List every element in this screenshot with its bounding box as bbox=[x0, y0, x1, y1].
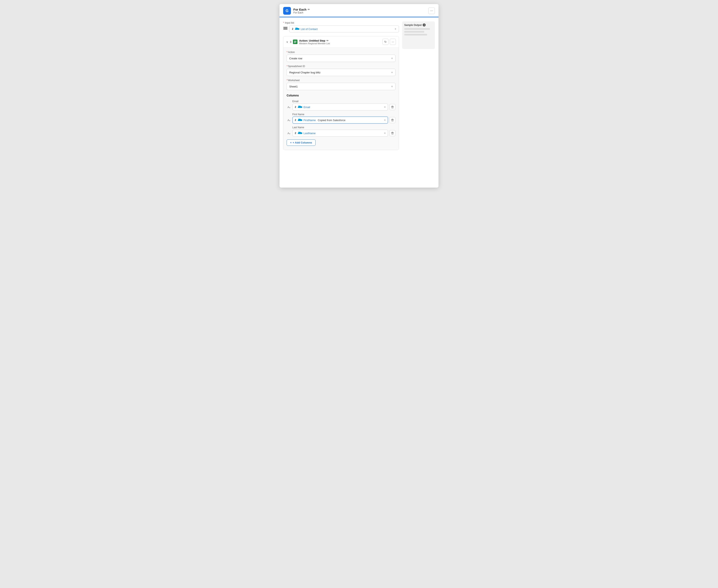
svg-rect-9 bbox=[392, 106, 393, 106]
worksheet-input[interactable]: Sheet1 × bbox=[287, 83, 396, 90]
trash-icon-email bbox=[391, 106, 394, 108]
aa-icon-email: Aₐ bbox=[287, 106, 291, 109]
lastname-column-input[interactable]: 2 LastName × bbox=[293, 130, 388, 136]
right-panel: Sample Output i bbox=[402, 21, 435, 153]
sf-icon-email bbox=[297, 105, 302, 109]
main-content: * Input list 2 bbox=[279, 17, 439, 156]
sheets-icon bbox=[293, 40, 297, 44]
salesforce-icon bbox=[295, 27, 299, 30]
step-card: ∨ 3 Action: Untitled Step bbox=[283, 36, 399, 150]
header-more-button[interactable]: ··· bbox=[428, 7, 435, 14]
input-list-field[interactable]: 2 List of Contact × bbox=[289, 25, 399, 33]
header-title-block: For Each ✏ For Each bbox=[293, 8, 310, 14]
sf-icon-lastname bbox=[297, 131, 302, 135]
svg-rect-6 bbox=[294, 42, 296, 42]
lastname-column-clear-btn[interactable]: × bbox=[384, 131, 386, 135]
svg-rect-0 bbox=[283, 28, 288, 28]
input-list-row: 2 List of Contact × bbox=[283, 25, 399, 33]
header: G For Each ✏ For Each ··· bbox=[279, 4, 439, 17]
sample-line-1 bbox=[404, 28, 430, 30]
firstname-column-row: First Name Aₐ 2 FirstName bbox=[287, 113, 396, 124]
svg-rect-17 bbox=[392, 132, 393, 132]
step-number: 3 bbox=[290, 40, 291, 43]
step-more-button[interactable]: ··· bbox=[390, 39, 396, 45]
email-column-input[interactable]: 2 Email × bbox=[293, 104, 388, 110]
spreadsheet-field-group: * Spreadsheet ID Regional Chapter bug bl… bbox=[287, 65, 396, 76]
info-icon: i bbox=[423, 23, 426, 26]
svg-rect-4 bbox=[294, 41, 296, 41]
sample-line-3 bbox=[404, 34, 427, 36]
firstname-column-input[interactable]: 2 FirstName Copied from Salesforce × bbox=[293, 117, 388, 124]
aa-icon-lastname: Aₐ bbox=[287, 132, 291, 135]
edit-title-icon[interactable]: ✏ bbox=[308, 8, 310, 11]
sf-icon-firstname bbox=[297, 119, 302, 122]
firstname-column-clear-btn[interactable]: × bbox=[384, 119, 386, 122]
columns-section: Columns Email Aₐ 2 bbox=[287, 94, 396, 146]
action-label: * Action bbox=[287, 51, 396, 54]
action-input[interactable]: Create row × bbox=[287, 55, 396, 62]
header-left: G For Each ✏ For Each bbox=[283, 7, 310, 15]
email-column-delete-btn[interactable] bbox=[389, 104, 396, 110]
svg-rect-1 bbox=[283, 29, 288, 29]
input-list-section: * Input list 2 bbox=[283, 21, 399, 33]
layers-icon bbox=[283, 27, 288, 31]
email-column-clear-btn[interactable]: × bbox=[384, 105, 386, 109]
firstname-column-label: First Name bbox=[292, 113, 396, 116]
trash-icon-firstname bbox=[391, 119, 394, 122]
svg-rect-5 bbox=[294, 41, 296, 42]
lastname-column-delete-btn[interactable] bbox=[389, 130, 396, 136]
header-subtitle: For Each bbox=[293, 11, 310, 14]
columns-title: Columns bbox=[287, 94, 396, 97]
step-refresh-button[interactable]: ↻ bbox=[382, 39, 388, 45]
svg-rect-7 bbox=[294, 43, 296, 43]
required-star: * bbox=[283, 21, 284, 24]
spreadsheet-label: * Spreadsheet ID bbox=[287, 65, 396, 68]
sample-line-2 bbox=[404, 31, 424, 33]
worksheet-label: * Worksheet bbox=[287, 79, 396, 82]
header-title: For Each ✏ bbox=[293, 8, 310, 11]
action-field-group: * Action Create row × bbox=[287, 51, 396, 62]
app-icon: G bbox=[283, 7, 291, 15]
step-header: ∨ 3 Action: Untitled Step bbox=[283, 36, 399, 47]
sample-output-title: Sample Output i bbox=[404, 23, 433, 26]
add-columns-button[interactable]: + + Add Columns bbox=[287, 140, 316, 146]
firstname-column-delete-btn[interactable] bbox=[389, 117, 396, 123]
spreadsheet-input[interactable]: Regional Chapter bug blitz × bbox=[287, 69, 396, 76]
action-clear-btn[interactable]: × bbox=[391, 57, 393, 60]
sample-output-section: Sample Output i bbox=[402, 21, 435, 49]
email-column-row: Email Aₐ 2 Email bbox=[287, 100, 396, 110]
email-column-label: Email bbox=[292, 100, 396, 103]
svg-rect-2 bbox=[283, 27, 288, 27]
spreadsheet-clear-btn[interactable]: × bbox=[391, 71, 393, 74]
svg-rect-3 bbox=[293, 40, 297, 44]
edit-step-icon[interactable]: ✏ bbox=[326, 39, 329, 42]
step-subtitle: Western Regional Member List bbox=[299, 42, 330, 45]
worksheet-field-group: * Worksheet Sheet1 × bbox=[287, 79, 396, 90]
left-panel: * Input list 2 bbox=[283, 21, 399, 153]
trash-icon-lastname bbox=[391, 132, 394, 134]
worksheet-clear-btn[interactable]: × bbox=[391, 85, 393, 88]
aa-icon-firstname: Aₐ bbox=[287, 119, 291, 122]
input-list-clear-btn[interactable]: × bbox=[395, 27, 396, 30]
step-body: * Action Create row × * Spreadsheet ID bbox=[283, 47, 399, 150]
lastname-column-row: Last Name Aₐ 2 LastName bbox=[287, 126, 396, 136]
lastname-column-label: Last Name bbox=[292, 126, 396, 129]
svg-rect-13 bbox=[392, 119, 393, 119]
chevron-down-icon[interactable]: ∨ bbox=[286, 40, 288, 43]
main-window: G For Each ✏ For Each ··· * Input list bbox=[279, 4, 439, 188]
input-list-label: * Input list bbox=[283, 21, 399, 24]
step-title: Action: Untitled Step ✏ bbox=[299, 39, 330, 42]
plus-icon: + bbox=[290, 141, 292, 144]
